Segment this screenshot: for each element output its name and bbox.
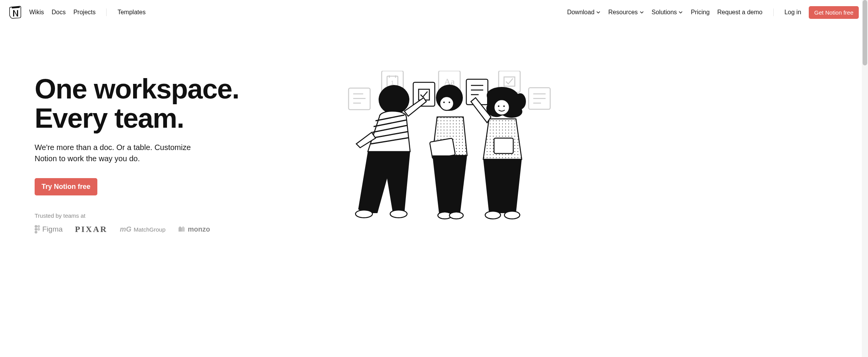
- svg-point-37: [440, 97, 454, 110]
- nav-wikis[interactable]: Wikis: [29, 9, 44, 16]
- svg-point-43: [449, 212, 463, 219]
- monzo-logo: monzo: [178, 225, 210, 234]
- monzo-icon: [178, 225, 185, 233]
- get-notion-free-button[interactable]: Get Notion free: [809, 6, 859, 19]
- svg-point-35: [390, 210, 407, 218]
- site-header: Wikis Docs Projects Templates Download R…: [0, 0, 868, 25]
- chevron-down-icon: [678, 10, 683, 15]
- trusted-section: Trusted by teams at Figma PIXAR mG Match…: [35, 212, 239, 234]
- nav-download[interactable]: Download: [567, 9, 601, 16]
- nav-download-label: Download: [567, 9, 594, 16]
- nav-divider: [106, 8, 107, 16]
- hero-subtitle: We're more than a doc. Or a table. Custo…: [35, 142, 196, 164]
- svg-rect-23: [504, 77, 515, 86]
- nav-resources[interactable]: Resources: [608, 9, 644, 16]
- nav-docs[interactable]: Docs: [52, 9, 65, 16]
- nav-divider: [773, 8, 774, 16]
- scrollbar[interactable]: [862, 0, 868, 250]
- svg-point-39: [449, 102, 450, 103]
- svg-point-45: [498, 105, 499, 107]
- scrollbar-thumb[interactable]: [863, 0, 867, 65]
- match-label: MatchGroup: [134, 226, 165, 233]
- hero-text: One workspace. Every team. We're more th…: [35, 71, 239, 234]
- svg-point-2: [35, 228, 37, 231]
- nav-right: Download Resources Solutions Pricing Req…: [567, 6, 859, 19]
- svg-rect-47: [494, 138, 513, 153]
- trusted-label: Trusted by teams at: [35, 212, 239, 219]
- hero-title-line2: Every team.: [35, 103, 184, 133]
- svg-point-34: [356, 210, 372, 218]
- svg-point-49: [504, 211, 520, 219]
- nav-resources-label: Resources: [608, 9, 638, 16]
- notion-logo[interactable]: [9, 5, 23, 19]
- hero-illustration: 1 Aa: [262, 71, 566, 234]
- svg-point-1: [37, 225, 40, 228]
- hero-title: One workspace. Every team.: [35, 75, 239, 133]
- chevron-down-icon: [639, 10, 644, 15]
- match-icon: mG: [120, 225, 131, 234]
- svg-point-0: [35, 225, 37, 228]
- hero-title-line1: One workspace.: [35, 73, 239, 104]
- hero-section: One workspace. Every team. We're more th…: [0, 25, 600, 250]
- figma-icon: [35, 225, 40, 234]
- pixar-logo: PIXAR: [75, 224, 108, 234]
- people-illustration-icon: 1 Aa: [345, 71, 553, 225]
- svg-point-4: [35, 231, 37, 234]
- svg-point-48: [485, 211, 501, 219]
- svg-point-46: [503, 105, 505, 107]
- svg-text:1: 1: [391, 80, 394, 86]
- figma-logo: Figma: [35, 225, 63, 234]
- svg-point-28: [379, 85, 409, 114]
- nav-request-demo[interactable]: Request a demo: [717, 9, 762, 16]
- company-logos: Figma PIXAR mG MatchGroup monzo: [35, 224, 239, 234]
- nav-solutions[interactable]: Solutions: [652, 9, 683, 16]
- nav-pricing[interactable]: Pricing: [691, 9, 709, 16]
- svg-point-3: [37, 228, 40, 231]
- monzo-label: monzo: [188, 225, 210, 234]
- nav-left: Wikis Docs Projects Templates: [29, 8, 145, 16]
- try-notion-free-button[interactable]: Try Notion free: [35, 178, 97, 195]
- nav-projects[interactable]: Projects: [73, 9, 96, 16]
- match-logo: mG MatchGroup: [120, 225, 165, 234]
- nav-templates[interactable]: Templates: [117, 9, 145, 16]
- nav-login[interactable]: Log in: [785, 9, 801, 16]
- nav-solutions-label: Solutions: [652, 9, 677, 16]
- chevron-down-icon: [596, 10, 601, 15]
- figma-label: Figma: [42, 225, 63, 234]
- svg-point-44: [494, 100, 509, 115]
- svg-point-38: [443, 102, 445, 103]
